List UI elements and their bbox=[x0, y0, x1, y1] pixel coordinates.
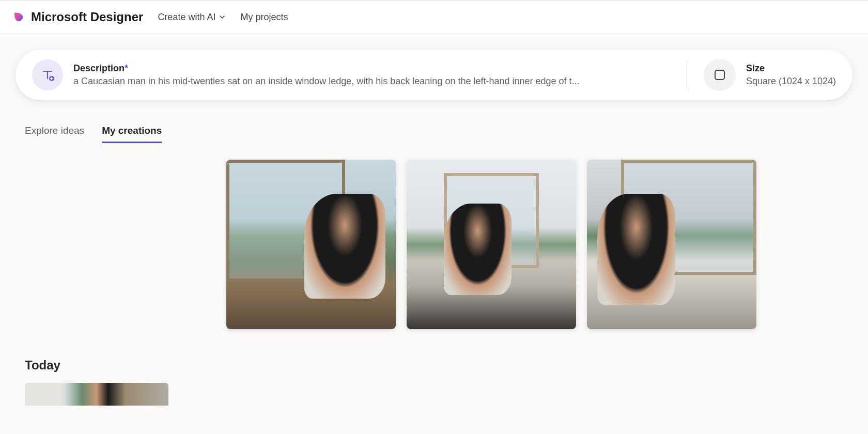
description-text: Description* a Caucasian man in his mid-… bbox=[73, 63, 670, 87]
description-label: Description* bbox=[73, 63, 670, 74]
text-prompt-icon bbox=[40, 68, 55, 82]
square-size-icon bbox=[713, 68, 726, 82]
nav-my-projects-label: My projects bbox=[240, 12, 288, 23]
prompt-bar-container: Description* a Caucasian man in his mid-… bbox=[0, 34, 868, 100]
main-content: Explore ideas My creations Today bbox=[0, 125, 868, 406]
section-today-heading: Today bbox=[25, 358, 843, 373]
result-image-1[interactable] bbox=[226, 160, 396, 329]
result-image-2[interactable] bbox=[407, 160, 576, 329]
nav-create-with-ai[interactable]: Create with AI bbox=[158, 12, 226, 23]
prompt-divider bbox=[687, 60, 687, 89]
app-name: Microsoft Designer bbox=[31, 10, 143, 24]
size-section[interactable]: Size Square (1024 x 1024) bbox=[704, 59, 836, 91]
description-value: a Caucasian man in his mid-twenties sat … bbox=[73, 76, 670, 87]
size-label: Size bbox=[746, 63, 836, 74]
result-image-3[interactable] bbox=[587, 160, 756, 329]
size-value: Square (1024 x 1024) bbox=[746, 76, 836, 87]
prompt-bar: Description* a Caucasian man in his mid-… bbox=[16, 50, 853, 100]
today-thumbnail-1[interactable] bbox=[25, 383, 168, 406]
designer-logo-icon bbox=[12, 11, 25, 23]
description-section[interactable]: Description* a Caucasian man in his mid-… bbox=[32, 59, 670, 90]
today-row bbox=[25, 383, 843, 406]
nav-create-with-ai-label: Create with AI bbox=[158, 12, 215, 23]
required-asterisk: * bbox=[125, 63, 128, 73]
description-icon-wrap bbox=[32, 59, 63, 90]
description-label-text: Description bbox=[73, 63, 125, 73]
size-text: Size Square (1024 x 1024) bbox=[746, 63, 836, 87]
svg-rect-1 bbox=[715, 70, 724, 80]
results-gallery bbox=[226, 160, 843, 329]
app-header: Microsoft Designer Create with AI My pro… bbox=[0, 0, 868, 34]
nav-my-projects[interactable]: My projects bbox=[240, 12, 288, 23]
tab-my-creations[interactable]: My creations bbox=[102, 125, 162, 143]
app-logo[interactable]: Microsoft Designer bbox=[12, 10, 143, 24]
size-icon-wrap bbox=[704, 59, 736, 91]
chevron-down-icon bbox=[219, 13, 226, 21]
tabs: Explore ideas My creations bbox=[25, 125, 843, 143]
tab-explore-ideas[interactable]: Explore ideas bbox=[25, 125, 84, 143]
